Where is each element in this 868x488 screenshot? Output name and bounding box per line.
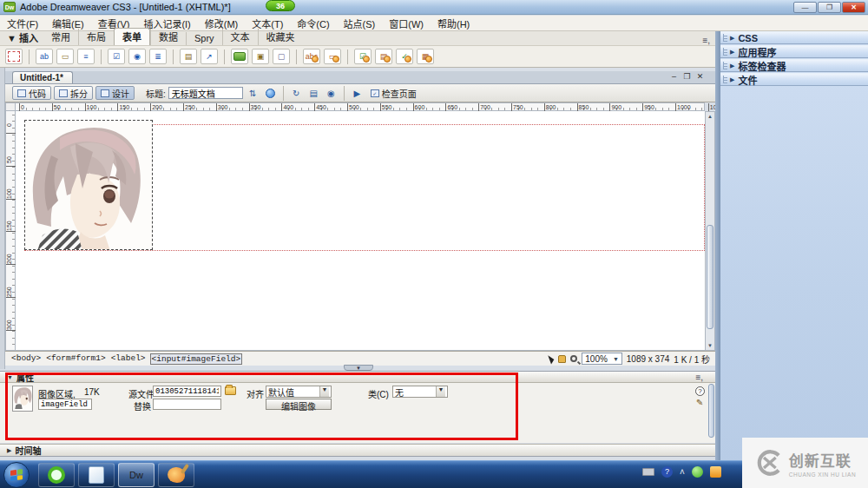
insert-tab-布局[interactable]: 布局 [78, 29, 114, 45]
zoom-tool-icon[interactable] [570, 355, 577, 362]
alt-input[interactable] [153, 399, 221, 410]
menu-item-帮助H[interactable]: 帮助(H) [437, 16, 470, 30]
edit-image-button[interactable]: 编辑图像 [266, 399, 332, 410]
document-scrollbar[interactable]: ▲ ▼ [705, 111, 715, 351]
taskbar-app-browser[interactable] [38, 463, 75, 487]
timeline-panel-header[interactable]: ▶ 时间轴 [0, 444, 715, 457]
file-field-icon[interactable]: ▤ [180, 49, 197, 64]
browse-folder-icon[interactable] [225, 386, 236, 395]
show-hidden-icons-chevron[interactable]: ˄ [680, 467, 685, 477]
collapsed-arrow-icon: ▶ [730, 35, 734, 42]
panel-header-CSS[interactable]: ▶CSS [720, 31, 868, 44]
update-tray-icon[interactable] [710, 466, 721, 478]
select-tool-icon[interactable] [549, 353, 556, 364]
zoom-level-select[interactable]: 100%▼ [582, 353, 622, 365]
menu-item-文件F[interactable]: 文件(F) [7, 16, 38, 30]
menu-item-窗口W[interactable]: 窗口(W) [389, 16, 424, 30]
help-icon[interactable]: ? [695, 386, 705, 396]
taskbar-app-paint[interactable] [158, 463, 194, 487]
properties-header[interactable]: ▼ 属性 ≡, [0, 372, 715, 383]
spry-textarea-icon[interactable]: ▭ [324, 49, 341, 64]
panel-header-文件[interactable]: ▶文件 [720, 73, 868, 86]
taskbar-app-notepad[interactable] [78, 463, 115, 487]
window-size-value[interactable]: 1089 x 374 [627, 354, 670, 364]
align-select[interactable]: 默认值▼ [266, 386, 332, 398]
view-button-拆分[interactable]: 拆分 [54, 86, 93, 100]
panel-header-应用程序[interactable]: ▶应用程序 [720, 45, 868, 58]
view-options-icon[interactable]: ▤ [306, 87, 321, 100]
insert-tab-常用[interactable]: 常用 [43, 29, 78, 45]
view-button-代码[interactable]: 代码 [12, 86, 51, 100]
insert-tab-数据[interactable]: 数据 [150, 29, 186, 45]
title-bar[interactable]: Dw Adobe Dreamweaver CS3 - [Untitled-1 (… [0, 0, 868, 15]
preview-in-browser-icon[interactable] [263, 87, 278, 100]
quick-tag-editor-icon[interactable]: ✎ [696, 398, 703, 407]
image-field-selected[interactable] [24, 120, 153, 250]
button-icon[interactable] [231, 49, 248, 64]
spry-radio-icon[interactable]: ▦ [417, 49, 434, 64]
tag-selector-item[interactable]: <body> [10, 353, 42, 365]
spry-text-field-icon[interactable]: abc [303, 49, 320, 64]
properties-panel: ▼ 属性 ≡, [0, 371, 715, 443]
doc-minimize-button[interactable]: – [669, 72, 679, 81]
text-field-icon[interactable]: ab [36, 49, 53, 64]
scroll-up-icon[interactable]: ▲ [706, 112, 714, 121]
scrollbar-thumb[interactable] [707, 225, 713, 329]
insert-tab-收藏夹[interactable]: 收藏夹 [258, 29, 303, 45]
panel-header-标签检查器[interactable]: ▶标签检查器 [720, 59, 868, 72]
insert-tab-文本[interactable]: 文本 [222, 29, 258, 45]
file-management-icon[interactable]: ⇅ [246, 87, 260, 100]
src-input[interactable] [153, 386, 221, 397]
scroll-down-icon[interactable]: ▼ [706, 341, 714, 350]
collapsed-arrow-icon: ▶ [730, 76, 734, 83]
tag-selector-item[interactable]: <form#form1> [45, 353, 106, 365]
doc-restore-button[interactable]: ❐ [682, 72, 692, 81]
panel-collapse-handle[interactable]: ▼ [344, 365, 373, 371]
panel-menu-icon[interactable]: ≡, [695, 373, 703, 382]
spry-validation-icon[interactable]: ✓ [396, 49, 413, 64]
document-tab[interactable]: Untitled-1* [12, 71, 73, 83]
radio-button-icon[interactable]: ◉ [128, 49, 146, 64]
minimize-button[interactable]: — [793, 2, 817, 13]
removable-device-tray-icon[interactable] [642, 468, 654, 476]
taskbar-app-dreamweaver[interactable]: Dw [118, 463, 155, 487]
spry-select-icon[interactable]: ▤ [375, 49, 392, 64]
insert-tab-Spry[interactable]: Spry [186, 32, 222, 45]
field-name-input[interactable] [38, 399, 92, 410]
view-button-设计[interactable]: 设计 [95, 86, 135, 100]
visual-aids-icon[interactable]: ◉ [324, 87, 339, 100]
textarea-icon[interactable]: ≡ [77, 49, 95, 64]
maximize-button[interactable]: ❐ [818, 2, 841, 13]
design-view-canvas[interactable] [16, 111, 705, 351]
close-button[interactable]: ✕ [842, 2, 865, 13]
insert-tab-表单[interactable]: 表单 [114, 28, 150, 45]
expand-arrow-icon[interactable]: ▼ [7, 374, 13, 380]
properties-scrollbar[interactable] [708, 384, 714, 438]
label-icon[interactable]: ▣ [252, 49, 269, 64]
tag-selector-item[interactable]: <input#imageField> [150, 353, 243, 365]
hand-tool-icon[interactable] [558, 355, 566, 363]
form-icon[interactable] [5, 49, 23, 64]
checkbox-icon[interactable]: ☑ [108, 49, 125, 64]
refresh-icon[interactable]: ↻ [289, 87, 304, 100]
notification-badge[interactable]: 36 [266, 0, 295, 11]
help-tray-icon[interactable]: ? [661, 466, 673, 478]
panel-grip-icon [723, 76, 727, 83]
hidden-field-icon[interactable]: ▭ [56, 49, 74, 64]
list-menu-icon[interactable]: ≣ [149, 49, 167, 64]
insert-bar-label[interactable]: ▼ 插入 [5, 30, 43, 45]
fieldset-icon[interactable]: ▢ [273, 49, 290, 64]
code-navigator-icon[interactable]: ▶ [350, 87, 365, 100]
insert-bar-menu-icon[interactable]: ≡, [702, 36, 710, 45]
document-title-input[interactable] [168, 87, 243, 99]
antivirus-tray-icon[interactable] [692, 466, 703, 478]
start-button[interactable] [3, 462, 30, 488]
check-page-button[interactable]: ✓ 检查页面 [367, 87, 420, 100]
class-select[interactable]: 无▼ [392, 386, 448, 398]
image-field-icon[interactable]: ↗ [201, 49, 218, 64]
menu-item-站点S[interactable]: 站点(S) [344, 16, 376, 30]
browser-icon [48, 466, 65, 484]
spry-checkbox-icon[interactable]: ☑ [354, 49, 372, 64]
doc-close-button[interactable]: ✕ [695, 72, 705, 81]
tag-selector-item[interactable]: <label> [110, 353, 147, 365]
